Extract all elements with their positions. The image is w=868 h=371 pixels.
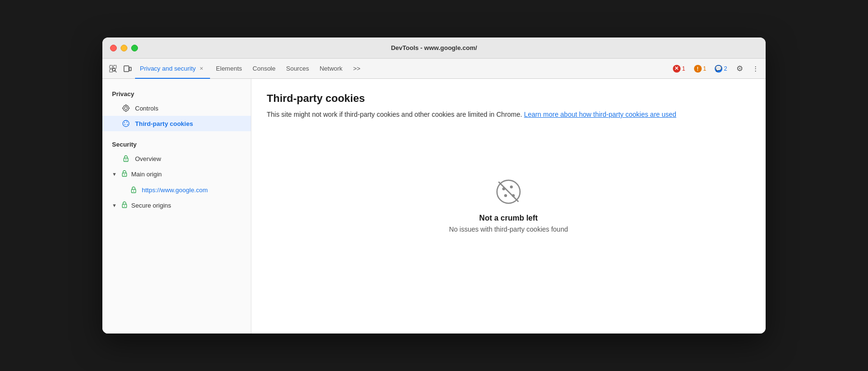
no-cookie-icon	[494, 177, 523, 206]
device-toggle-icon[interactable]	[121, 62, 134, 75]
tab-console[interactable]: Console	[248, 59, 281, 79]
empty-state: Not a crumb left No issues with third-pa…	[267, 158, 750, 252]
svg-point-15	[124, 124, 125, 125]
window-title: DevTools - www.google.com/	[391, 44, 477, 51]
settings-button[interactable]: ⚙	[733, 62, 746, 75]
tab-more[interactable]: >>	[348, 59, 365, 79]
toolbar-right: ✕ 1 ! 1 💬 2 ⚙ ⋮	[670, 62, 762, 75]
svg-point-13	[124, 122, 125, 123]
svg-point-18	[125, 160, 126, 161]
sidebar-item-secure-origins[interactable]: ▼ Secure origins	[102, 198, 251, 213]
security-section-label: Security	[102, 137, 251, 151]
svg-point-16	[127, 124, 128, 125]
toolbar: Privacy and security ✕ Elements Console …	[102, 59, 766, 79]
svg-rect-5	[129, 67, 131, 71]
tab-network[interactable]: Network	[315, 59, 347, 79]
svg-point-28	[504, 194, 507, 197]
traffic-lights	[110, 45, 138, 51]
maximize-button[interactable]	[131, 45, 138, 51]
svg-point-27	[510, 186, 513, 188]
empty-state-subtitle: No issues with third-party cookies found	[449, 225, 568, 233]
inspect-element-icon[interactable]	[106, 62, 120, 75]
empty-state-title: Not a crumb left	[479, 214, 538, 223]
title-bar: DevTools - www.google.com/	[102, 37, 766, 59]
message-badge[interactable]: 💬 2	[712, 63, 730, 74]
privacy-section-label: Privacy	[102, 87, 251, 100]
learn-more-link[interactable]: Learn more about how third-party cookies…	[524, 111, 676, 118]
svg-point-22	[133, 191, 134, 192]
warning-icon: !	[694, 65, 702, 73]
lock-icon-secure-origins	[121, 201, 128, 210]
svg-rect-1	[113, 65, 116, 68]
tab-close-icon[interactable]: ✕	[198, 64, 205, 72]
sidebar-item-third-party-cookies[interactable]: Third-party cookies	[102, 116, 251, 131]
sidebar-item-controls[interactable]: Controls	[102, 100, 251, 116]
svg-line-30	[499, 182, 518, 201]
expand-arrow-secure-origins: ▼	[112, 203, 118, 208]
svg-rect-4	[124, 66, 129, 72]
page-title: Third-party cookies	[267, 92, 750, 105]
svg-point-3	[112, 68, 115, 71]
svg-point-20	[124, 174, 125, 175]
cookie-icon	[122, 119, 130, 128]
sidebar-item-overview[interactable]: Overview	[102, 151, 251, 166]
svg-point-7	[123, 105, 129, 111]
sidebar: Privacy Controls	[102, 79, 251, 334]
sidebar-item-main-origin[interactable]: ▼ Main origin	[102, 166, 251, 182]
message-icon: 💬	[715, 65, 722, 73]
page-description: This site might not work if third-party …	[267, 110, 750, 120]
main-panel: Third-party cookies This site might not …	[251, 79, 766, 334]
close-button[interactable]	[110, 45, 117, 51]
content-area: Privacy Controls	[102, 79, 766, 334]
svg-rect-2	[110, 69, 112, 72]
tab-sources[interactable]: Sources	[281, 59, 314, 79]
svg-point-24	[124, 206, 125, 207]
devtools-window: DevTools - www.google.com/ Privacy and s…	[102, 37, 766, 334]
svg-point-14	[126, 122, 127, 123]
lock-icon-google	[129, 186, 138, 194]
error-badge[interactable]: ✕ 1	[670, 63, 688, 74]
warning-badge[interactable]: ! 1	[691, 63, 709, 74]
controls-icon	[122, 104, 130, 112]
lock-icon-overview	[122, 154, 130, 163]
error-icon: ✕	[673, 65, 681, 73]
lock-icon-main-origin	[121, 170, 128, 179]
svg-point-12	[123, 121, 129, 127]
more-options-button[interactable]: ⋮	[749, 63, 762, 74]
expand-arrow-main-origin: ▼	[112, 172, 118, 177]
sidebar-item-google-origin[interactable]: https://www.google.com	[102, 182, 251, 198]
tab-privacy-security[interactable]: Privacy and security ✕	[135, 59, 210, 79]
tab-elements[interactable]: Elements	[211, 59, 247, 79]
svg-point-6	[124, 107, 127, 110]
minimize-button[interactable]	[121, 45, 127, 51]
svg-rect-0	[110, 65, 112, 68]
